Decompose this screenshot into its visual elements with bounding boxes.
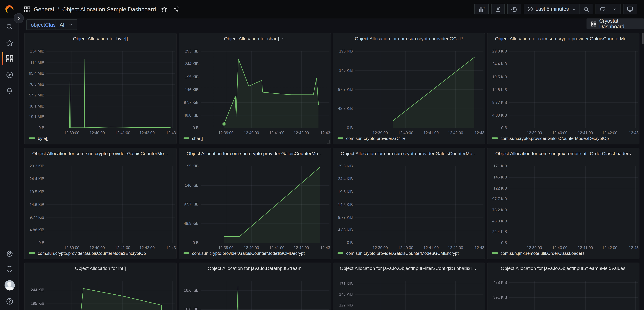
panel-title[interactable]: Object Allocation for java.io.DataInputS… bbox=[179, 263, 330, 274]
y-axis-label: 4.88 KiB bbox=[488, 113, 507, 117]
legend-series-swatch bbox=[338, 137, 343, 139]
help-icon bbox=[6, 297, 13, 305]
panel-chart[interactable] bbox=[509, 47, 638, 130]
panel-title[interactable]: Object Allocation for com.sun.crypto.pro… bbox=[333, 148, 485, 159]
sidebar-item-profile[interactable] bbox=[0, 277, 19, 293]
panel-chart[interactable] bbox=[201, 47, 329, 130]
legend-item[interactable]: com.sun.crypto.provider.GaloisCounterMod… bbox=[184, 251, 304, 256]
legend-item[interactable]: com.sun.crypto.provider.GCTR bbox=[338, 136, 406, 141]
panel-chart[interactable] bbox=[201, 162, 329, 245]
add-panel-button[interactable] bbox=[474, 4, 489, 14]
time-range-picker[interactable]: Last 5 minutes bbox=[524, 4, 580, 14]
panel-chart[interactable] bbox=[46, 47, 175, 130]
x-axis-label: 12:40:00 bbox=[84, 245, 110, 250]
sidebar-expand-button[interactable] bbox=[14, 13, 24, 23]
series-point-marker bbox=[223, 123, 225, 125]
grafana-logo[interactable] bbox=[4, 4, 15, 14]
legend-series-swatch bbox=[492, 137, 498, 139]
share-icon[interactable] bbox=[173, 6, 179, 12]
legend-item[interactable]: com.sun.crypto.provider.GaloisCounterMod… bbox=[338, 251, 458, 256]
panel-title[interactable]: Object Allocation for com.sun.crypto.pro… bbox=[179, 148, 330, 159]
refresh-button[interactable] bbox=[596, 4, 609, 14]
y-axis-label: 24.4 KiB bbox=[26, 176, 44, 181]
panel-title-text: Object Allocation for com.sun.crypto.pro… bbox=[341, 151, 477, 156]
refresh-controls bbox=[596, 4, 620, 14]
y-axis-label: 97.7 KiB bbox=[180, 202, 199, 207]
panel-title[interactable]: Object Allocation for char[] bbox=[179, 33, 330, 44]
sidebar-item-server-admin[interactable] bbox=[0, 261, 19, 277]
panel-chart[interactable] bbox=[46, 277, 175, 310]
panel-title[interactable]: Object Allocation for java.io.ObjectInpu… bbox=[333, 263, 485, 274]
legend-item[interactable]: com.sun.crypto.provider.GaloisCounterMod… bbox=[29, 251, 146, 256]
x-axis-label: 12:43:0 bbox=[160, 130, 177, 135]
x-axis-label: 12:41:00 bbox=[264, 130, 290, 135]
refresh-interval-dropdown[interactable] bbox=[609, 4, 620, 14]
panel-title[interactable]: Object Allocation for com.sun.crypto.pro… bbox=[487, 33, 639, 44]
page-title[interactable]: Object Allocation Sample Dashboard bbox=[62, 6, 156, 12]
panel-resize-handle[interactable] bbox=[326, 140, 330, 144]
x-axis-label: 12:40:00 bbox=[84, 130, 110, 135]
legend-series-label: com.sun.crypto.provider.GaloisCounterMod… bbox=[346, 251, 458, 256]
refresh-icon bbox=[599, 6, 606, 12]
x-axis-label: 12:40:00 bbox=[547, 130, 573, 135]
y-axis-label: 48.8 KiB bbox=[180, 113, 199, 117]
panel-chart[interactable] bbox=[201, 277, 329, 310]
y-axis-label: 0 B bbox=[26, 240, 44, 245]
panel-gctr: Object Allocation for com.sun.crypto.pro… bbox=[333, 33, 485, 144]
panel-int-array: Object Allocation for int[]0 B48.8 KiB97… bbox=[24, 263, 176, 310]
series-line bbox=[236, 286, 238, 310]
legend-item[interactable]: char[] bbox=[184, 136, 203, 141]
y-axis-label: 122 KiB bbox=[488, 186, 507, 190]
y-axis-label: 9.77 KiB bbox=[26, 215, 44, 219]
variable-value-dropdown[interactable]: All bbox=[55, 19, 78, 30]
sidebar-item-configuration[interactable] bbox=[0, 245, 19, 261]
legend-item[interactable]: com.sun.jmx.remote.util.OrderClassLoader… bbox=[492, 251, 584, 256]
x-axis-label: 12:40:00 bbox=[238, 130, 265, 135]
panel-title-text: Object Allocation for com.sun.crypto.pro… bbox=[495, 36, 631, 41]
shield-icon bbox=[6, 265, 13, 273]
panel-chart[interactable] bbox=[46, 162, 175, 245]
y-axis-label: 146 KiB bbox=[488, 175, 507, 180]
sidebar-item-help[interactable] bbox=[0, 294, 19, 309]
y-axis-label: 293 KiB bbox=[180, 49, 199, 53]
panel-chart[interactable] bbox=[355, 162, 484, 245]
x-axis-label: 12:41:00 bbox=[418, 130, 444, 135]
y-axis-label: 24.4 KiB bbox=[488, 230, 507, 234]
series-line bbox=[70, 59, 172, 128]
star-favorite-icon[interactable] bbox=[161, 6, 167, 12]
x-axis-label: 12:40:00 bbox=[238, 245, 265, 250]
legend-item[interactable]: byte[] bbox=[29, 136, 48, 141]
sidebar-item-explore[interactable] bbox=[0, 67, 19, 82]
x-axis-label: 12:39:00 bbox=[521, 245, 548, 250]
panel-title[interactable]: Object Allocation for com.sun.crypto.pro… bbox=[333, 33, 485, 44]
y-axis-label: 19.5 KiB bbox=[488, 74, 507, 79]
gear-icon bbox=[6, 249, 13, 257]
x-axis-label: 12:43:0 bbox=[622, 130, 639, 135]
panel-title-text: Object Allocation for java.io.DataInputS… bbox=[208, 266, 302, 271]
breadcrumb-folder[interactable]: General bbox=[34, 6, 54, 12]
dashboard-settings-button[interactable] bbox=[507, 4, 521, 14]
zoom-out-button[interactable] bbox=[580, 4, 593, 14]
save-dashboard-button[interactable] bbox=[491, 4, 504, 14]
panel-title[interactable]: Object Allocation for java.io.ObjectInpu… bbox=[487, 263, 639, 274]
cryostat-dashboard-link[interactable]: Cryostat Dashboard bbox=[586, 18, 644, 29]
panel-title[interactable]: Object Allocation for com.sun.crypto.pro… bbox=[25, 148, 176, 159]
cycle-view-mode-button[interactable] bbox=[623, 4, 637, 14]
scrollbar-track[interactable] bbox=[642, 0, 644, 310]
x-axis-label: 12:43:0 bbox=[314, 130, 331, 135]
legend-series-label: char[] bbox=[192, 136, 203, 141]
sidebar-item-favorites[interactable] bbox=[0, 35, 19, 50]
x-axis-label: 12:43:0 bbox=[314, 245, 331, 250]
panel-title[interactable]: Object Allocation for byte[] bbox=[25, 33, 176, 44]
panel-chart[interactable] bbox=[355, 47, 484, 130]
panel-chart[interactable] bbox=[509, 277, 638, 310]
panel-title[interactable]: Object Allocation for com.sun.jmx.remote… bbox=[487, 148, 639, 159]
panel-chart[interactable] bbox=[355, 277, 484, 310]
sidebar-item-dashboards[interactable] bbox=[0, 51, 19, 66]
panel-title[interactable]: Object Allocation for int[] bbox=[25, 263, 176, 274]
sidebar-item-alerting[interactable] bbox=[0, 83, 19, 98]
y-axis-label: 195 KiB bbox=[26, 301, 44, 306]
legend-item[interactable]: com.sun.crypto.provider.GaloisCounterMod… bbox=[492, 136, 609, 141]
panel-chart[interactable] bbox=[509, 162, 638, 245]
dashboard-grid: Object Allocation for byte[]0 B19.1 MiB3… bbox=[0, 0, 644, 310]
